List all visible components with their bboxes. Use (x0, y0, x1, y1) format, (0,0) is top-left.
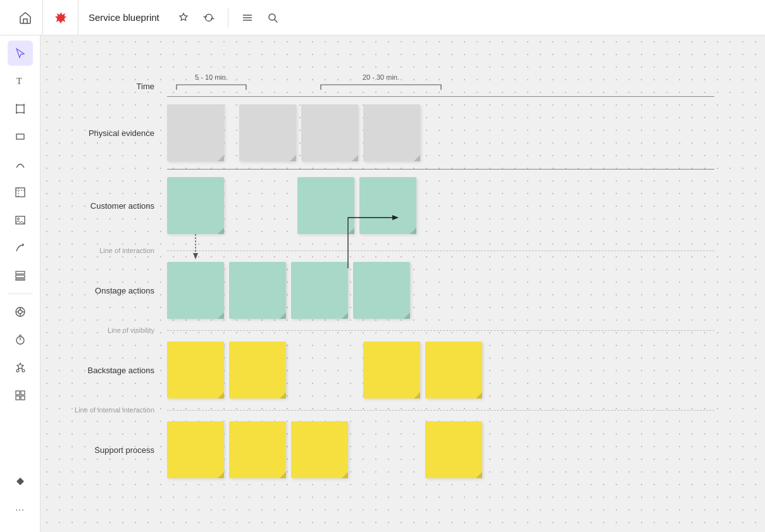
oa-card-4[interactable] (353, 262, 410, 319)
app-logo (43, 0, 78, 35)
pe-card-3[interactable] (301, 104, 358, 161)
more-dots-icon: ··· (15, 504, 25, 514)
text-icon: T (15, 75, 26, 87)
canvas[interactable]: Time 5 - 10 min. 20 - 30 min. (40, 35, 765, 532)
ba-card-2[interactable] (229, 342, 286, 399)
grid-view-icon (15, 390, 26, 401)
pe-card-2[interactable] (239, 104, 296, 161)
frame-icon (15, 103, 26, 114)
customer-actions-label: Customer actions (66, 170, 167, 242)
timer-button[interactable] (8, 327, 33, 352)
svg-point-21 (18, 310, 22, 314)
shape-icon (15, 131, 26, 142)
line-of-interaction-line (167, 251, 714, 251)
backstage-actions-label: Backstage actions (66, 334, 167, 406)
pe-card-4[interactable] (363, 104, 420, 161)
support-process-label: Support process (66, 414, 167, 486)
onstage-actions-label: Onstage actions (66, 254, 167, 326)
time-row: Time 5 - 10 min. 20 - 30 min. (66, 73, 714, 91)
menu-button[interactable] (236, 6, 259, 29)
oa-card-3[interactable] (291, 262, 348, 319)
connector-icon (15, 242, 26, 254)
onstage-actions-cards (167, 254, 714, 326)
favorites-button[interactable] (8, 355, 33, 380)
sidebar: T (0, 35, 40, 532)
ba-card-3[interactable] (363, 342, 420, 399)
star-icon (178, 12, 189, 23)
svg-rect-30 (21, 391, 25, 395)
sp-card-1[interactable] (167, 421, 224, 478)
physical-evidence-cards (167, 97, 714, 169)
svg-rect-17 (16, 271, 25, 274)
line-of-internal-interaction-divider: Line of internal interaction (66, 406, 714, 414)
physical-evidence-label: Physical evidence (66, 97, 167, 169)
topbar-divider (228, 8, 228, 28)
svg-rect-31 (16, 396, 20, 400)
main-layout: T (0, 35, 765, 532)
refresh-icon (203, 12, 215, 23)
ba-card-1[interactable] (167, 342, 224, 399)
svg-text:T: T (16, 77, 22, 86)
image-tool-button[interactable] (8, 207, 33, 233)
sidebar-divider (8, 294, 33, 294)
widget-tool-button[interactable] (8, 263, 33, 288)
oa-card-1[interactable] (167, 262, 224, 319)
blueprint: Time 5 - 10 min. 20 - 30 min. (66, 73, 714, 486)
diamond-button[interactable] (8, 469, 33, 494)
menu-icon (242, 12, 253, 23)
select-tool-button[interactable] (8, 40, 33, 66)
svg-rect-6 (16, 105, 24, 113)
physical-evidence-row: Physical evidence (66, 97, 714, 169)
onstage-actions-row: Onstage actions (66, 254, 714, 326)
logo-icon (54, 11, 68, 25)
svg-marker-34 (193, 253, 198, 259)
sp-card-2[interactable] (229, 421, 286, 478)
ca-card-1[interactable] (167, 177, 224, 234)
shape-tool-button[interactable] (8, 124, 33, 149)
text-tool-button[interactable]: T (8, 68, 33, 94)
svg-rect-18 (16, 275, 25, 278)
image-icon (15, 214, 26, 226)
integration-icon (15, 306, 26, 318)
pen-tool-button[interactable] (8, 152, 33, 177)
topbar-actions (172, 6, 284, 29)
sp-card-4[interactable] (425, 421, 482, 478)
svg-rect-32 (21, 396, 25, 400)
svg-rect-29 (16, 391, 20, 395)
favorite-button[interactable] (172, 6, 195, 29)
pen-icon (15, 159, 26, 170)
grid-view-button[interactable] (8, 383, 33, 408)
line-of-visibility-label: Line of visibility (66, 326, 167, 334)
refresh-button[interactable] (197, 6, 220, 29)
select-icon (15, 47, 26, 59)
line-of-internal-interaction-line (167, 410, 714, 411)
backstage-actions-row: Backstage actions (66, 334, 714, 406)
crop-tool-button[interactable] (8, 180, 33, 205)
timer-icon (15, 334, 26, 345)
favorites-icon (15, 362, 26, 373)
connector-tool-button[interactable] (8, 235, 33, 261)
line-of-visibility-line (167, 330, 714, 331)
oa-card-2[interactable] (229, 262, 286, 319)
line-of-internal-interaction-label: Line of internal interaction (66, 406, 167, 414)
time-bracket-2: 20 - 30 min. (318, 73, 444, 91)
pe-card-1[interactable] (167, 104, 224, 161)
ba-card-4[interactable] (425, 342, 482, 399)
integration-button[interactable] (8, 299, 33, 325)
widget-icon (15, 270, 26, 281)
svg-point-27 (22, 369, 25, 372)
more-options-button[interactable]: ··· (8, 497, 33, 522)
time-bracket-2-svg (318, 82, 444, 91)
frame-tool-button[interactable] (8, 96, 33, 121)
home-button[interactable] (8, 0, 43, 35)
svg-rect-19 (16, 279, 25, 280)
oa-connector-svg (342, 211, 399, 268)
search-button[interactable] (261, 6, 284, 29)
sp-card-3[interactable] (291, 421, 348, 478)
svg-marker-35 (392, 215, 399, 220)
svg-point-28 (16, 369, 19, 372)
app-title: Service blueprint (78, 12, 170, 23)
home-icon (18, 11, 32, 25)
svg-rect-12 (16, 188, 25, 197)
line-of-visibility-divider: Line of visibility (66, 326, 714, 334)
